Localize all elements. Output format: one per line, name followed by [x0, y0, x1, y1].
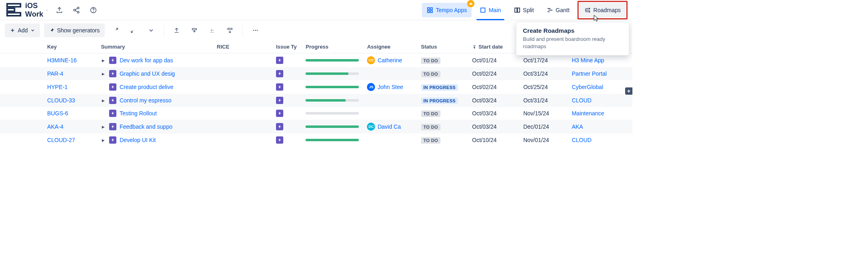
move-up-button[interactable]	[170, 23, 183, 37]
project-link[interactable]: H3 Mine App	[572, 57, 604, 64]
add-column-button[interactable]: +	[625, 87, 632, 95]
table-row[interactable]: CLOUD-33▸Control my espressoIN PROGRESSO…	[0, 94, 632, 107]
epic-icon	[109, 57, 116, 64]
status-badge[interactable]: IN PROGRESS	[421, 98, 458, 104]
add-button[interactable]: Add	[5, 23, 40, 37]
roadmaps-tooltip: Create Roadmaps Build and present boardr…	[516, 22, 629, 55]
status-badge[interactable]: TO DO	[421, 110, 440, 117]
col-issue-type[interactable]: Issue Ty	[272, 40, 301, 53]
issue-key-link[interactable]: BUGS-6	[47, 110, 68, 117]
more-button[interactable]	[249, 23, 262, 37]
status-badge[interactable]: TO DO	[421, 71, 440, 77]
project-link[interactable]: Partner Portal	[572, 70, 607, 77]
table-row[interactable]: AKA-4▸Feedback and suppoDCDavid CaTO DOO…	[0, 120, 632, 134]
due-date: Oct/31/24	[523, 70, 548, 77]
expand-dropdown[interactable]	[144, 23, 158, 37]
tab-tempo-apps[interactable]: Tempo Apps	[422, 3, 472, 17]
assignee-cell[interactable]: CECatherine	[367, 56, 413, 64]
insert-below-button[interactable]	[223, 23, 237, 37]
tab-split[interactable]: Split	[509, 3, 539, 17]
tab-label: Split	[523, 7, 534, 13]
assignee-name: Catherine	[377, 57, 402, 64]
status-badge[interactable]: TO DO	[421, 124, 440, 130]
show-generators-button[interactable]: Show generators	[44, 23, 105, 37]
premium-badge	[467, 0, 474, 7]
plus-icon	[10, 28, 15, 33]
share-button[interactable]	[71, 4, 82, 16]
col-gutter	[0, 40, 43, 53]
tab-main[interactable]: Main	[475, 3, 506, 17]
due-date: Nov/15/24	[523, 110, 549, 117]
separator	[242, 25, 243, 36]
issue-key-link[interactable]: CLOUD-27	[47, 137, 75, 143]
outdent-button[interactable]	[205, 23, 219, 37]
summary-link[interactable]: Control my espresso	[120, 97, 171, 104]
progress-bar	[305, 139, 359, 141]
summary-link[interactable]: Graphic and UX desig	[120, 70, 175, 77]
summary-link[interactable]: Create product delive	[120, 84, 173, 90]
expand-toggle[interactable]: ▸	[101, 57, 106, 64]
summary-link[interactable]: Testing Rollout	[120, 110, 157, 117]
svg-point-36	[253, 30, 254, 31]
project-link[interactable]: AKA	[572, 123, 583, 130]
status-badge[interactable]: TO DO	[421, 137, 440, 144]
summary-link[interactable]: Develop UI Kit	[120, 137, 156, 143]
col-key[interactable]: Key	[43, 40, 97, 53]
svg-point-25	[589, 11, 590, 12]
board-title-text: iOS Work	[25, 2, 43, 19]
col-assignee[interactable]: Assignee	[363, 40, 417, 53]
col-rice[interactable]: RICE	[213, 40, 272, 53]
svg-line-6	[75, 8, 77, 9]
summary-link[interactable]: Dev work for app das	[120, 57, 173, 64]
avatar: JS	[367, 83, 375, 91]
col-start-date[interactable]: Start date	[468, 40, 519, 53]
export-button[interactable]	[54, 4, 65, 16]
svg-rect-45	[473, 45, 476, 46]
board-title[interactable]: iOS Work	[5, 1, 48, 19]
start-date: Oct/10/24	[472, 137, 497, 143]
issue-key-link[interactable]: CLOUD-33	[47, 97, 75, 104]
project-link[interactable]: CLOUD	[572, 137, 592, 143]
start-date: Oct/02/24	[472, 70, 497, 77]
project-link[interactable]: Maintenance	[572, 110, 604, 117]
expand-toggle[interactable]: ▸	[101, 123, 106, 130]
table-row[interactable]: CLOUD-27▸Develop UI KitTO DOOct/10/24Nov…	[0, 134, 632, 146]
summary-link[interactable]: Feedback and suppo	[120, 123, 173, 130]
assignee-name: John Stee	[377, 84, 403, 90]
expand-button[interactable]	[109, 23, 122, 37]
svg-rect-14	[481, 8, 485, 12]
table-row[interactable]: HYPE-1Create product deliveJSJohn SteeIN…	[0, 80, 632, 94]
issue-key-link[interactable]: AKA-4	[47, 123, 63, 130]
collapse-button[interactable]	[126, 23, 140, 37]
status-badge[interactable]: IN PROGRESS	[421, 84, 458, 91]
table-row[interactable]: BUGS-6Testing RolloutTO DOOct/03/24Nov/1…	[0, 107, 632, 120]
svg-rect-13	[431, 11, 433, 13]
tab-roadmaps[interactable]: Roadmaps	[579, 3, 626, 17]
insert-row-button[interactable]	[188, 23, 201, 37]
due-date: Oct/17/24	[523, 57, 548, 64]
epic-icon	[109, 83, 116, 91]
col-status[interactable]: Status	[417, 40, 468, 53]
svg-rect-15	[515, 8, 517, 12]
tab-gantt[interactable]: Gantt	[542, 3, 574, 17]
tab-label: Roadmaps	[593, 7, 621, 13]
col-progress[interactable]: Progress	[301, 40, 363, 53]
col-summary[interactable]: Summary	[97, 40, 213, 53]
assignee-cell[interactable]: JSJohn Stee	[367, 83, 413, 91]
table-row[interactable]: PAR-4▸Graphic and UX desigTO DOOct/02/24…	[0, 67, 632, 80]
expand-toggle[interactable]: ▸	[101, 137, 106, 143]
assignee-cell[interactable]: DCDavid Ca	[367, 123, 413, 131]
project-link[interactable]: CLOUD	[572, 97, 592, 104]
svg-point-5	[77, 11, 79, 13]
issue-key-link[interactable]: H3MINE-16	[47, 57, 77, 64]
split-icon	[514, 7, 520, 13]
project-link[interactable]: CyberGlobal	[572, 84, 603, 90]
issue-key-link[interactable]: PAR-4	[47, 70, 63, 77]
expand-toggle[interactable]: ▸	[101, 97, 106, 104]
help-button[interactable]	[88, 4, 99, 16]
svg-rect-12	[428, 11, 430, 13]
issue-key-link[interactable]: HYPE-1	[47, 84, 68, 90]
expand-toggle[interactable]: ▸	[101, 70, 106, 77]
status-badge[interactable]: TO DO	[421, 57, 440, 64]
svg-rect-10	[428, 8, 430, 10]
